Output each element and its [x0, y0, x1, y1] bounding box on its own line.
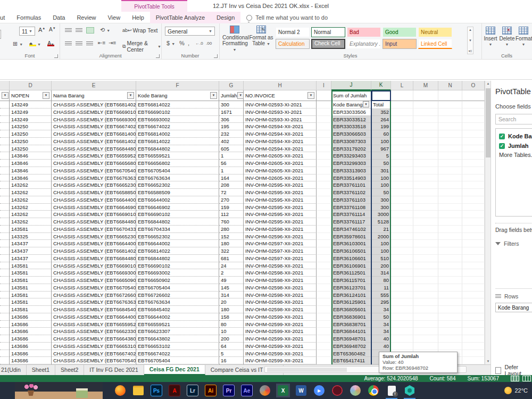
pivot-row-label[interactable]: EBR36948701	[331, 335, 371, 343]
cell-jumlah[interactable]: 20	[219, 298, 244, 306]
cell-jumlah[interactable]: 164	[219, 174, 244, 182]
pivot-row-label[interactable]: EBR36948702	[331, 343, 371, 350]
cell-nopen[interactable]: 143249	[10, 101, 52, 109]
cell-empty[interactable]	[462, 357, 485, 364]
cell-kode-barang[interactable]: EBT66623307	[136, 328, 219, 335]
cell-empty[interactable]	[413, 343, 438, 350]
cell-empty[interactable]	[438, 145, 462, 153]
style-chip-calculation[interactable]: Calculation	[276, 39, 310, 49]
cell-invoice[interactable]: INV-OHM-02599-XII-2021	[244, 328, 317, 335]
cell-stub[interactable]	[0, 306, 10, 313]
cell-empty[interactable]	[391, 262, 413, 270]
cell-empty[interactable]	[462, 328, 485, 335]
cell-empty[interactable]	[391, 211, 413, 218]
pivot-row-value[interactable]: 295	[371, 298, 391, 306]
pivot-row-label[interactable]: EBR36115701	[331, 277, 371, 284]
cell-nama-barang[interactable]: CHASSIS ASSEMBLY (EBT66652302)	[52, 233, 136, 240]
cell-empty[interactable]	[462, 145, 485, 153]
cell-kode-barang[interactable]: EBT66588509	[136, 189, 219, 196]
cell-empty[interactable]	[438, 181, 462, 189]
cell-empty[interactable]	[413, 116, 438, 123]
cell-nopen[interactable]: 143249	[10, 116, 52, 123]
cell-kode-barang[interactable]: EBT66690102	[136, 211, 219, 218]
cell-nama-barang[interactable]: CHASSIS ASSEMBLY (EBT66644002)	[52, 240, 136, 247]
cell-empty[interactable]	[438, 196, 462, 204]
cell-empty[interactable]	[438, 226, 462, 233]
cell-empty[interactable]	[413, 204, 438, 211]
cell-stub[interactable]	[0, 292, 10, 299]
cell-i-header[interactable]	[317, 90, 331, 101]
cell-nopen[interactable]: 143581	[10, 277, 52, 284]
sheet-tab-sheet1[interactable]: Sheet1	[27, 365, 55, 375]
pivot-row-value[interactable]: 555	[371, 292, 391, 299]
cell-stub[interactable]	[0, 130, 10, 138]
font-dialog-launcher[interactable]	[54, 54, 58, 58]
cell-empty[interactable]	[413, 262, 438, 270]
pivot-row-value[interactable]: 199	[371, 123, 391, 130]
cell-empty[interactable]	[462, 298, 485, 306]
cell-jumlah[interactable]: 232	[219, 130, 244, 138]
cell-stub[interactable]	[0, 152, 10, 160]
cell-kode-barang[interactable]: EBT66646902	[136, 204, 219, 211]
cell-jumlah[interactable]: 49	[219, 277, 244, 284]
cell-empty[interactable]	[317, 313, 331, 321]
cell-nama-barang[interactable]: CHASSIS ASSEMBLY (EBT66644002)	[52, 196, 136, 204]
cell-empty[interactable]	[438, 109, 462, 116]
cell-empty[interactable]	[413, 109, 438, 116]
cell-empty[interactable]	[413, 189, 438, 196]
cell-empty[interactable]	[391, 123, 413, 130]
cell-nama-barang[interactable]: CHASSIS ASSEMBLY (EBT66643802)	[52, 335, 136, 343]
cell-stub[interactable]	[0, 357, 10, 364]
cell-nama-barang[interactable]: CHASSIS ASSEMBLY (EBT66690102)	[52, 262, 136, 270]
field-item-kode-barang[interactable]: ✓ Kode Barang	[499, 131, 532, 141]
decrease-decimal-icon[interactable]: .00	[206, 41, 212, 46]
cell-nama-barang[interactable]: CHASSIS ASSEMBLY (EBT66650902)	[52, 277, 136, 284]
cell-jumlah[interactable]: 208	[219, 181, 244, 189]
start-decoration[interactable]	[15, 382, 103, 399]
cell-jumlah[interactable]: 681	[219, 255, 244, 262]
column-header-stub[interactable]	[0, 81, 10, 90]
pivot-row-value[interactable]: 50	[371, 189, 391, 196]
cell-kode-barang[interactable]: EBT66844802	[136, 145, 219, 153]
taskbar-photoshop[interactable]: Ps	[149, 384, 163, 397]
cell-empty[interactable]	[391, 204, 413, 211]
cell-stub[interactable]	[0, 211, 10, 218]
cell-nama-barang[interactable]: CHASSIS ASSEMBLY (EBT66705404)	[52, 357, 136, 364]
cell-empty[interactable]	[317, 292, 331, 299]
filter-header-nopen[interactable]: NOPEN▼	[10, 90, 52, 101]
cell-empty[interactable]	[413, 211, 438, 218]
pivot-row-label[interactable]: EBR35978601	[331, 233, 371, 240]
cell-empty[interactable]	[317, 321, 331, 328]
normal-view-icon[interactable]	[511, 376, 519, 381]
cell-nama-barang[interactable]: CHASSIS ASSEMBLY (EBT66674022)	[52, 123, 136, 130]
cell-nama-barang[interactable]: CHASSIS ASSEMBLY (EBT66623307)	[52, 328, 136, 335]
cell-nama-barang[interactable]: CHASSIS ASSEMBLY (EBT66763634)	[52, 174, 136, 182]
sheet-tab-ceisa-fg-dec-2021[interactable]: Ceisa FG Dec 2021	[144, 365, 205, 375]
taskbar-zoom-app[interactable]: ▶	[312, 384, 326, 397]
cell-empty[interactable]	[317, 130, 331, 138]
fields-search-input[interactable]: Search	[495, 114, 532, 124]
cell-jumlah[interactable]: 152	[219, 233, 244, 240]
cell-invoice[interactable]: INV-OHM-02595-XII-2021	[244, 204, 317, 211]
cell-jumlah[interactable]: 2	[219, 269, 244, 277]
cell-empty[interactable]	[317, 284, 331, 292]
cell-empty[interactable]	[438, 255, 462, 262]
cell-jumlah[interactable]: 1671	[219, 109, 244, 116]
cell-empty[interactable]	[317, 277, 331, 284]
cell-jumlah[interactable]: 314	[219, 292, 244, 299]
taskbar-illustrator[interactable]: Ai	[204, 384, 218, 397]
taskbar-paint-app[interactable]	[348, 384, 362, 397]
cell-jumlah[interactable]: 159	[219, 204, 244, 211]
wrap-text-button[interactable]: ab↩ Wrap Text	[122, 27, 157, 34]
cell-nama-barang[interactable]: CHASSIS ASSEMBLY (EBT66814022)	[52, 247, 136, 255]
cell-nopen[interactable]: 143437	[10, 255, 52, 262]
menu-tab-design[interactable]: Design	[211, 14, 240, 21]
cell-stub[interactable]	[0, 233, 10, 240]
cell-empty[interactable]	[317, 226, 331, 233]
cell-invoice[interactable]: INV-OHM-02605-XII-2021	[244, 174, 317, 182]
cell-nopen[interactable]: 143437	[10, 240, 52, 247]
cell-empty[interactable]	[391, 298, 413, 306]
filter-dropdown-icon[interactable]: ▼	[2, 92, 9, 99]
cell-nopen[interactable]: 143437	[10, 247, 52, 255]
cell-invoice[interactable]: INV-OHM-02595-XII-2021	[244, 181, 317, 189]
